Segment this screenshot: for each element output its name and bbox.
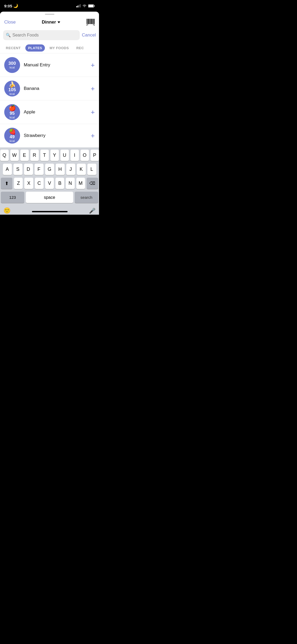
shift-key[interactable]: ⬆ bbox=[1, 178, 12, 189]
key-U[interactable]: U bbox=[60, 150, 69, 161]
key-V[interactable]: V bbox=[45, 178, 54, 189]
add-manual-button[interactable]: + bbox=[91, 62, 95, 68]
key-F[interactable]: F bbox=[35, 164, 44, 175]
key-H[interactable]: H bbox=[56, 164, 65, 175]
svg-rect-3 bbox=[80, 4, 81, 7]
svg-rect-7 bbox=[87, 19, 87, 24]
key-B[interactable]: B bbox=[55, 178, 64, 189]
meal-title: Dinner bbox=[42, 20, 56, 25]
food-name-banana: Banana bbox=[24, 86, 87, 91]
svg-rect-15 bbox=[92, 19, 93, 24]
svg-rect-21 bbox=[94, 25, 95, 26]
add-apple-button[interactable]: + bbox=[91, 109, 95, 116]
food-name-apple: Apple bbox=[24, 109, 87, 115]
key-S[interactable]: S bbox=[13, 164, 22, 175]
key-A[interactable]: A bbox=[3, 164, 12, 175]
banana-calories: 105 bbox=[8, 88, 16, 93]
food-item-apple: 🍎 95 kcal Apple + bbox=[0, 100, 99, 124]
search-key[interactable]: search bbox=[75, 192, 98, 203]
tab-plates[interactable]: PLATES bbox=[25, 44, 45, 52]
key-I[interactable]: I bbox=[70, 150, 79, 161]
key-K[interactable]: K bbox=[77, 164, 86, 175]
key-P[interactable]: P bbox=[91, 150, 99, 161]
key-W[interactable]: W bbox=[10, 150, 19, 161]
svg-rect-11 bbox=[89, 19, 90, 24]
search-input[interactable] bbox=[12, 33, 77, 38]
key-X[interactable]: X bbox=[24, 178, 33, 189]
search-bar-row: 🔍 Cancel bbox=[0, 29, 99, 43]
food-name-manual: Manual Entry bbox=[24, 62, 87, 68]
add-strawberry-button[interactable]: + bbox=[91, 132, 95, 139]
key-L[interactable]: L bbox=[87, 164, 96, 175]
svg-rect-8 bbox=[87, 19, 88, 24]
food-item-strawberry: 🍓 49 kcal Strawberry + bbox=[0, 124, 99, 148]
key-Y[interactable]: Y bbox=[50, 150, 59, 161]
key-Q[interactable]: Q bbox=[0, 150, 9, 161]
key-N[interactable]: N bbox=[66, 178, 74, 189]
key-R[interactable]: R bbox=[30, 150, 39, 161]
key-E[interactable]: E bbox=[20, 150, 29, 161]
food-icon-manual: 300 kcal bbox=[4, 57, 20, 73]
signal-icon bbox=[76, 4, 81, 7]
battery-icon bbox=[88, 4, 95, 8]
microphone-key[interactable]: 🎤 bbox=[89, 208, 96, 214]
cancel-button[interactable]: Cancel bbox=[82, 33, 96, 38]
apple-calories: 95 bbox=[10, 111, 15, 116]
tabs-row: RECENT PLATES MY FOODS REC bbox=[0, 43, 99, 53]
food-name-strawberry: Strawberry bbox=[24, 133, 87, 138]
strawberry-calories: 49 bbox=[10, 135, 15, 140]
key-C[interactable]: C bbox=[35, 178, 44, 189]
chevron-down-icon bbox=[58, 21, 60, 23]
svg-rect-12 bbox=[90, 19, 91, 24]
keyboard-extras: 🙂 🎤 bbox=[1, 206, 98, 214]
key-G[interactable]: G bbox=[45, 164, 54, 175]
status-bar: 9:05 🌙 bbox=[0, 0, 99, 12]
banana-emoji: 🍌 bbox=[9, 82, 16, 88]
tab-rec[interactable]: REC bbox=[74, 44, 87, 52]
add-banana-button[interactable]: + bbox=[91, 85, 95, 92]
tab-myfoods[interactable]: MY FOODS bbox=[47, 44, 72, 52]
close-button[interactable]: Close bbox=[4, 20, 16, 25]
keyboard-row-3: ⬆ Z X C V B N M ⌫ bbox=[1, 178, 98, 189]
keyboard-row-2: A S D F G H J K L bbox=[1, 164, 98, 175]
status-left: 9:05 🌙 bbox=[4, 3, 18, 8]
key-M[interactable]: M bbox=[76, 178, 85, 189]
food-icon-strawberry: 🍓 49 kcal bbox=[4, 128, 20, 144]
svg-rect-5 bbox=[94, 5, 95, 7]
emoji-key[interactable]: 🙂 bbox=[3, 207, 11, 214]
strawberry-unit: kcal bbox=[10, 139, 15, 142]
food-icon-banana: 🍌 105 kcal bbox=[4, 81, 20, 96]
svg-rect-16 bbox=[93, 19, 93, 24]
manual-calories: 300 bbox=[8, 61, 16, 66]
keyboard-row-4: 123 space search bbox=[1, 192, 98, 203]
keyboard: Q W E R T Y U I O P A S D F G H J K L ⬆ … bbox=[0, 148, 99, 215]
search-input-wrapper[interactable]: 🔍 bbox=[3, 30, 80, 40]
space-key[interactable]: space bbox=[26, 192, 73, 203]
svg-rect-10 bbox=[89, 19, 89, 24]
svg-rect-9 bbox=[88, 19, 89, 24]
key-J[interactable]: J bbox=[66, 164, 75, 175]
key-T[interactable]: T bbox=[40, 150, 49, 161]
tab-recent[interactable]: RECENT bbox=[3, 44, 23, 52]
svg-rect-17 bbox=[94, 19, 95, 24]
food-item-banana: 🍌 105 kcal Banana + bbox=[0, 77, 99, 100]
keyboard-row-1: Q W E R T Y U I O P bbox=[1, 150, 98, 161]
moon-icon: 🌙 bbox=[13, 3, 18, 8]
numbers-key[interactable]: 123 bbox=[1, 192, 24, 203]
barcode-button[interactable] bbox=[86, 18, 95, 26]
home-indicator bbox=[32, 211, 68, 212]
svg-rect-14 bbox=[92, 19, 92, 24]
strawberry-emoji: 🍓 bbox=[9, 129, 16, 135]
svg-rect-19 bbox=[87, 25, 87, 26]
main-sheet: Close Dinner 🔍 Cancel bbox=[0, 12, 99, 215]
banana-unit: kcal bbox=[10, 92, 15, 95]
key-O[interactable]: O bbox=[81, 150, 89, 161]
key-D[interactable]: D bbox=[24, 164, 33, 175]
barcode-icon bbox=[87, 19, 95, 26]
backspace-key[interactable]: ⌫ bbox=[87, 178, 98, 189]
nav-bar: Close Dinner bbox=[0, 15, 99, 29]
key-Z[interactable]: Z bbox=[14, 178, 23, 189]
svg-rect-13 bbox=[91, 19, 92, 24]
nav-title[interactable]: Dinner bbox=[42, 20, 60, 25]
apple-unit: kcal bbox=[10, 116, 15, 119]
